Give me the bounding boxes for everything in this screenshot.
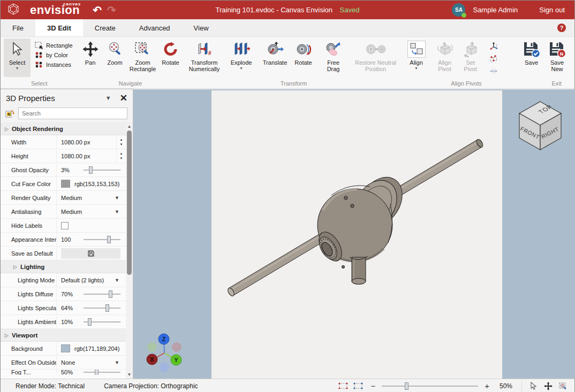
width-stepper[interactable]: ▲▼ [116, 135, 126, 149]
rotate-view-button[interactable]: Rotate [158, 39, 183, 67]
hide-labels-checkbox[interactable] [61, 222, 69, 229]
pivot-axis-rotate-icon[interactable] [489, 54, 498, 64]
tab-view[interactable]: View [182, 19, 221, 36]
effect-on-outside-select[interactable]: None [61, 359, 115, 366]
row-lights-ambient: Lights Ambient 10% [1, 315, 126, 329]
pan-mode-button[interactable] [542, 381, 554, 391]
scroll-up-icon[interactable]: ▲ [127, 122, 132, 130]
group-label-select: Select [4, 80, 75, 88]
select-instances-button[interactable]: Instances [35, 61, 73, 68]
appearance-intensity-slider[interactable] [84, 236, 120, 243]
lights-specular-slider[interactable] [84, 304, 120, 312]
partial-row-slider[interactable] [84, 370, 120, 375]
select-by-color-button[interactable]: by Color [35, 51, 73, 59]
svg-text:N: N [7, 112, 10, 116]
chevron-down-icon[interactable]: ▼ [115, 209, 119, 214]
avatar[interactable]: SA [452, 3, 465, 17]
app-window: envision canvas ↶ ↷ Training 101.evdoc -… [0, 0, 575, 392]
zoom-out-button[interactable]: − [368, 381, 377, 390]
pivot-axis-translate-icon[interactable] [489, 66, 498, 76]
zoom-rectangle-button[interactable]: Zoom Rectangle [127, 39, 158, 73]
pivot-axis-xyz-icon[interactable] [489, 42, 498, 51]
panel-scrollbar[interactable]: ▲ ▼ [126, 122, 133, 379]
save-as-default-button[interactable] [61, 248, 120, 259]
document-title: Training 101.evdoc - Canvas Envision [216, 6, 332, 14]
save-button[interactable]: Save [519, 39, 544, 67]
lighting-mode-select[interactable]: Default (2 lights) [61, 277, 115, 283]
sign-out-button[interactable]: Sign out [539, 6, 565, 14]
tab-create[interactable]: Create [83, 19, 127, 36]
zoom-percentage[interactable]: 50% [496, 382, 516, 390]
select-rectangle-button[interactable]: Rectangle [35, 42, 73, 49]
width-value[interactable]: 1080.00 px [61, 139, 90, 145]
row-lights-specular: Lights Specular 64% [1, 301, 126, 315]
online-status-dot [461, 13, 466, 18]
save-status-badge: Saved [340, 6, 360, 14]
3d-model-valve-assembly[interactable] [211, 90, 502, 379]
scrollbar-thumb[interactable] [127, 130, 132, 275]
redo-icon[interactable]: ↷ [107, 4, 116, 17]
ribbon-group-transform: # Transform Numerically Explode ▾ [186, 39, 402, 88]
translate-button[interactable]: Translate [260, 39, 290, 67]
section-viewport[interactable]: ▷ Viewport [1, 329, 126, 342]
3d-viewport[interactable]: TOP FRONT RIGHT Z X Y [133, 89, 575, 379]
svg-text:N: N [559, 51, 563, 57]
chevron-down-icon[interactable]: ▼ [115, 278, 119, 283]
transform-numerically-button[interactable]: # Transform Numerically [186, 39, 223, 73]
render-quality-select[interactable]: Medium [61, 195, 115, 201]
section-lighting[interactable]: ▷ Lighting [1, 260, 126, 273]
panel-title: 3D Properties [6, 94, 105, 103]
explode-button[interactable]: Explode ▾ [226, 39, 256, 71]
ghost-opacity-slider[interactable] [84, 166, 120, 174]
fit-selection-icon[interactable] [353, 382, 363, 389]
brand: envision canvas [30, 5, 80, 16]
lights-diffuse-slider[interactable] [84, 290, 120, 298]
document-page[interactable] [211, 90, 502, 379]
exit-button[interactable]: Exit [570, 39, 575, 67]
zoom-rectangle-mode-button[interactable] [557, 381, 569, 391]
axis-z-label: Z [162, 336, 166, 342]
scroll-down-icon[interactable]: ▼ [127, 371, 132, 379]
align-pivot-button[interactable]: Align Pivot [432, 39, 458, 73]
height-stepper[interactable]: ▲▼ [116, 149, 126, 163]
help-icon[interactable]: ? [557, 24, 566, 32]
tab-advanced[interactable]: Advanced [127, 19, 182, 36]
restore-neutral-position-button[interactable]: Restore Neutral Position [350, 39, 402, 73]
section-object-rendering[interactable]: ▷ Object Rendering [1, 122, 126, 135]
tab-3d-edit[interactable]: 3D Edit [35, 19, 83, 36]
zoom-slider[interactable] [382, 382, 478, 390]
antialiasing-select[interactable]: Medium [61, 209, 115, 215]
zoom-button[interactable]: Zoom [103, 39, 127, 67]
undo-icon[interactable]: ↶ [93, 4, 102, 17]
background-color-swatch[interactable] [61, 344, 70, 352]
tab-file[interactable]: File [1, 19, 35, 36]
lights-ambient-slider[interactable] [84, 318, 120, 326]
rotate-transform-button[interactable]: Rotate [290, 39, 317, 67]
cursor-mode-button[interactable] [527, 381, 539, 391]
free-drag-button[interactable]: Free Drag [321, 39, 346, 73]
panel-close-icon[interactable]: ✕ [120, 93, 127, 104]
search-input[interactable] [18, 107, 127, 119]
chevron-down-icon[interactable]: ▼ [115, 360, 119, 365]
panel-dropdown-icon[interactable]: ▼ [105, 95, 111, 101]
appearance-intensity-value: 100 [61, 236, 79, 243]
row-lights-diffuse: Lights Diffuse 70% [1, 287, 126, 301]
expand-triangle-icon: ▷ [5, 333, 9, 338]
axis-indicator[interactable]: Z X Y [141, 331, 189, 376]
group-label-exit: Exit [519, 80, 575, 88]
align-button[interactable]: Align ▾ [405, 39, 428, 71]
cut-face-color-swatch[interactable] [61, 180, 70, 188]
height-value[interactable]: 1080.00 px [61, 153, 90, 159]
ribbon-group-navigate: Pan Zoom Zoom Rectangle [78, 39, 183, 88]
save-new-button[interactable]: N Save New [544, 39, 570, 73]
zoom-in-button[interactable]: + [482, 381, 491, 390]
select-button[interactable]: Select ▾ [4, 39, 31, 77]
fit-page-icon[interactable] [338, 382, 348, 389]
set-pivot-button[interactable]: Set Pivot [458, 39, 483, 73]
view-cube[interactable]: TOP FRONT RIGHT [512, 97, 569, 155]
pan-button[interactable]: Pan [78, 39, 103, 67]
row-ghost-opacity: Ghost Opacity 3% [1, 163, 126, 177]
align-icon [407, 41, 426, 58]
zoom-rectangle-icon [134, 41, 152, 58]
chevron-down-icon[interactable]: ▼ [115, 195, 119, 201]
